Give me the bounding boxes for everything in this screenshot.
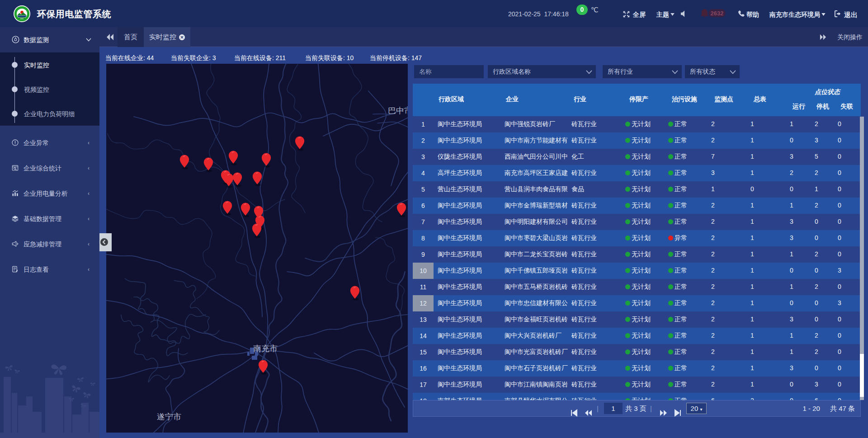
- svg-text:南充市: 南充市: [253, 344, 278, 353]
- svg-text:遂宁市: 遂宁市: [157, 412, 181, 421]
- svg-text:巴中市: 巴中市: [388, 106, 408, 115]
